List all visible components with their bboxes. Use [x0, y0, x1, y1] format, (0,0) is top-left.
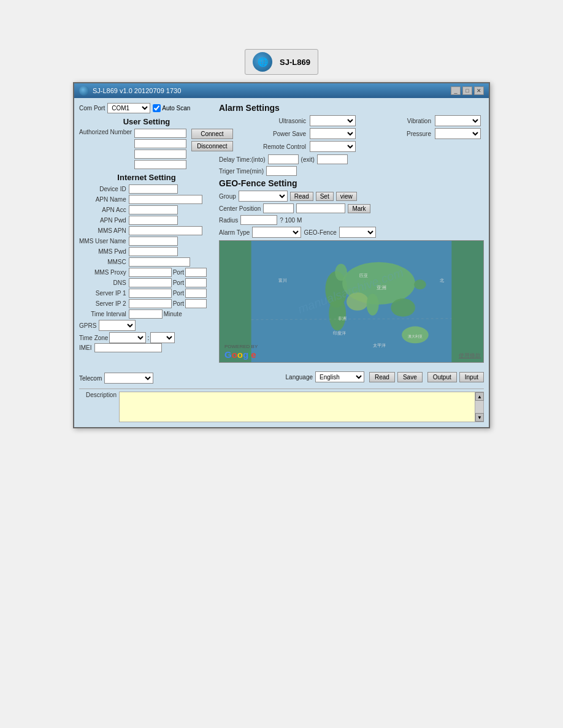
- center-position-row: Center Position Mark: [219, 203, 484, 213]
- vibration-select[interactable]: [435, 115, 481, 126]
- apn-pwd-label: APN Pwd: [79, 217, 126, 224]
- mark-button[interactable]: Mark: [348, 204, 370, 213]
- output-button[interactable]: Output: [427, 372, 457, 382]
- description-scrollbar[interactable]: ▲ ▼: [475, 392, 483, 422]
- apn-acc-input[interactable]: [129, 205, 178, 214]
- geo-fence-type-select[interactable]: [339, 227, 376, 238]
- main-window: SJ-L869 v1.0 20120709 1730 _ □ ✕ Com Por…: [73, 82, 490, 428]
- mmsc-input[interactable]: [129, 257, 190, 267]
- mms-proxy-port-input[interactable]: [185, 268, 207, 277]
- title-bar-controls[interactable]: _ □ ✕: [451, 86, 484, 95]
- description-area: ▲ ▼: [119, 392, 484, 422]
- restore-button[interactable]: □: [462, 86, 472, 95]
- scroll-down-arrow[interactable]: ▼: [475, 413, 484, 422]
- geo-set-button[interactable]: Set: [316, 192, 334, 201]
- vibration-label: Vibration: [362, 118, 431, 124]
- server-ip1-port-input[interactable]: [185, 289, 207, 298]
- dns-label: DNS: [79, 279, 126, 286]
- svg-text:匹亚: 匹亚: [359, 273, 368, 278]
- apn-name-input[interactable]: [129, 195, 202, 204]
- alarm-type-select[interactable]: [252, 227, 301, 238]
- device-id-label: Device ID: [79, 186, 126, 192]
- svg-point-7: [367, 294, 379, 316]
- server-ip2-port-input[interactable]: [185, 299, 207, 308]
- window-bottom: Telecom Language English Chinese Read Sa…: [74, 368, 489, 427]
- auto-scan-text: Auto Scan: [162, 105, 190, 112]
- mms-pwd-input[interactable]: [129, 247, 178, 256]
- telecom-select[interactable]: [104, 373, 153, 384]
- alarm-type-row: Alarm Type GEO-Fence: [219, 227, 484, 238]
- svg-text:非洲: 非洲: [338, 316, 347, 320]
- pressure-select[interactable]: [435, 128, 481, 139]
- input-button[interactable]: Input: [459, 372, 484, 382]
- ultrasonic-select[interactable]: [310, 115, 356, 126]
- mms-apn-input[interactable]: [129, 226, 202, 235]
- time-zone-offset-select[interactable]: [150, 332, 175, 343]
- power-save-select[interactable]: [310, 128, 356, 139]
- svg-point-8: [414, 279, 426, 289]
- gprs-select[interactable]: [99, 320, 136, 331]
- server-ip2-input[interactable]: [129, 299, 172, 308]
- app-title-text: SJ-L869: [280, 58, 310, 67]
- time-zone-select[interactable]: [109, 332, 146, 343]
- read-button[interactable]: Read: [369, 372, 395, 382]
- time-interval-label: Time Interval: [79, 311, 126, 317]
- com-port-label: Com Port: [79, 105, 105, 112]
- imei-input[interactable]: [94, 343, 162, 352]
- mms-pwd-label: MMS Pwd: [79, 248, 126, 255]
- radius-input[interactable]: [240, 215, 277, 225]
- map-svg: 亚洲 非洲 澳大利亚 manualsarchive.com 北 富川 匹亚 印度…: [220, 241, 483, 362]
- delay-time-label: Delay Time:(into): [219, 156, 266, 163]
- geo-read-button[interactable]: Read: [290, 192, 313, 201]
- description-textarea[interactable]: [120, 392, 473, 422]
- left-panel: Com Port COM1COM2COM3COM4 Auto Scan User…: [79, 103, 214, 363]
- language-select[interactable]: English Chinese: [315, 371, 364, 382]
- mms-proxy-input[interactable]: [129, 268, 172, 277]
- auth-input-4[interactable]: [134, 160, 186, 169]
- radius-row: Radius ? 100 M: [219, 215, 484, 225]
- trigger-time-input[interactable]: [266, 166, 297, 176]
- app-icon: 🌐: [253, 52, 272, 72]
- alarm-settings-title: Alarm Settings: [219, 103, 484, 113]
- radius-value: ? 100 M: [280, 217, 302, 224]
- time-interval-input[interactable]: [129, 309, 163, 319]
- time-zone-label: Time Zone: [79, 335, 108, 341]
- dns-input[interactable]: [129, 278, 172, 287]
- device-id-input[interactable]: [129, 184, 178, 194]
- auth-input-1[interactable]: [134, 129, 186, 138]
- action-buttons: Read Save: [369, 372, 423, 382]
- imei-label: IMEI: [79, 344, 92, 351]
- ultrasonic-label: Ultrasonic: [219, 118, 306, 124]
- dns-port-input[interactable]: [185, 278, 207, 287]
- map-terms-link[interactable]: 使用條款: [459, 352, 481, 360]
- geo-view-button[interactable]: view: [336, 192, 357, 201]
- bottom-right-controls: Language English Chinese Read Save Outpu…: [286, 371, 484, 382]
- server-ip1-input[interactable]: [129, 289, 172, 298]
- remote-control-select[interactable]: [310, 141, 356, 152]
- group-select[interactable]: [239, 191, 288, 202]
- svg-text:澳大利亚: 澳大利亚: [408, 335, 423, 338]
- auth-input-3[interactable]: [134, 150, 186, 159]
- save-button[interactable]: Save: [397, 372, 423, 382]
- center-position-input1[interactable]: [263, 203, 294, 213]
- mms-user-input[interactable]: [129, 237, 178, 246]
- svg-text:太平洋: 太平洋: [373, 343, 386, 347]
- center-position-input2[interactable]: [296, 203, 345, 213]
- auth-input-2[interactable]: [134, 139, 186, 148]
- timezone-row: Time Zone :: [79, 332, 214, 343]
- window-title: SJ-L869 v1.0 20120709 1730: [93, 87, 181, 94]
- com-port-select[interactable]: COM1COM2COM3COM4: [107, 103, 150, 113]
- delay-into-input[interactable]: [268, 154, 299, 164]
- scroll-up-arrow[interactable]: ▲: [475, 392, 484, 401]
- center-position-label: Center Position: [219, 205, 261, 212]
- app-title-badge: 🌐 SJ-L869: [245, 49, 318, 75]
- minimize-button[interactable]: _: [451, 86, 461, 95]
- group-label: Group: [219, 193, 236, 200]
- delay-exit-input[interactable]: [317, 154, 348, 164]
- apn-pwd-input[interactable]: [129, 216, 178, 225]
- title-bar-left: SJ-L869 v1.0 20120709 1730: [79, 86, 181, 96]
- close-button[interactable]: ✕: [474, 86, 484, 95]
- exit-label: (exit): [301, 156, 315, 163]
- right-panel: Alarm Settings Ultrasonic Vibration Powe…: [219, 103, 484, 363]
- auto-scan-checkbox[interactable]: [153, 104, 161, 112]
